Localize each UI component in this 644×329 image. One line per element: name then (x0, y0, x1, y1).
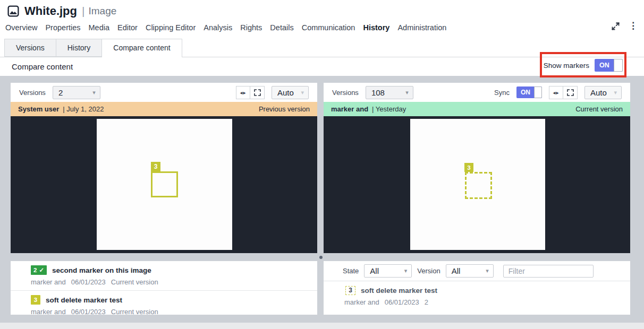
marker-badge-deleted: 3 (345, 286, 355, 295)
asset-type-label: Image (88, 5, 116, 17)
right-versions-select[interactable]: 108 ▾ (366, 86, 413, 99)
marker-number: 2 (33, 267, 37, 273)
marker-version: Current version (111, 278, 158, 287)
version-tag: Previous version (259, 105, 310, 113)
version-label: Version (417, 267, 440, 275)
filter-input[interactable] (503, 265, 594, 278)
marker-version: Current version (111, 308, 158, 315)
pan-arrows-icon: ◂▸ (553, 90, 559, 96)
fit-width-button[interactable]: ◂▸ (236, 86, 250, 99)
nav-tab-editor[interactable]: Editor (117, 23, 138, 32)
marker-3-region-deleted[interactable] (465, 172, 492, 199)
toggle-knob (614, 59, 623, 72)
marker-date: 06/01/2023 (71, 278, 106, 287)
state-select[interactable]: All ▾ (364, 264, 412, 278)
fullscreen-button[interactable] (250, 86, 265, 99)
nav-tab-media[interactable]: Media (89, 23, 110, 32)
state-value: All (370, 266, 379, 275)
marker-user: marker and (344, 298, 379, 307)
subtab-history[interactable]: History (56, 39, 103, 57)
right-zoom-select[interactable]: Auto ▾ (584, 86, 622, 99)
marker-user: marker and (31, 278, 66, 287)
nav-tab-analysis[interactable]: Analysis (204, 23, 232, 32)
fullscreen-button[interactable] (563, 86, 578, 99)
window-actions: ⋮ (611, 21, 638, 31)
banner-user: System user (18, 105, 59, 113)
marker-list-item[interactable]: 3 soft delete marker test marker and 06/… (11, 295, 317, 315)
kebab-menu-icon[interactable]: ⋮ (629, 21, 638, 31)
image-asset-icon (7, 5, 19, 17)
panel-splitter-handle[interactable] (319, 256, 323, 259)
asset-title: White.jpg (24, 4, 77, 18)
list-divider (11, 290, 317, 291)
page-title: Compare content (12, 62, 73, 71)
toggle-knob (534, 86, 542, 98)
version-select[interactable]: All ▾ (446, 264, 494, 278)
left-versions-select[interactable]: 2 ▾ (53, 86, 100, 99)
fullscreen-icon (254, 89, 261, 96)
banner-date: | July 1, 2022 (63, 105, 104, 113)
nav-tab-properties[interactable]: Properties (45, 23, 80, 32)
show-markers-toggle[interactable]: ON (595, 59, 623, 72)
compare-header-row: Compare content Show markers ON (0, 57, 644, 76)
left-image-canvas[interactable]: 3 (11, 116, 317, 253)
marker-version: 2 (425, 298, 428, 307)
sync-label: Sync (494, 89, 510, 97)
current-version-banner: marker and | Yesterday Current version (324, 102, 630, 116)
caret-down-icon: ▾ (614, 89, 617, 96)
marker-list-item[interactable]: 3 soft delete marker test marker and 06/… (324, 285, 630, 307)
compare-content-area: Versions 2 ▾ ◂▸ Auto ▾ System (0, 76, 644, 323)
subtab-compare-content[interactable]: Compare content (102, 39, 182, 57)
marker-3-label[interactable]: 3 (151, 162, 160, 171)
toggle-on-label: ON (595, 62, 609, 69)
asset-titlebar: White.jpg | Image (7, 4, 116, 18)
main-nav: Overview Properties Media Editor Clippin… (5, 23, 446, 32)
marker-meta: marker and 06/01/2023 Current version (31, 308, 317, 315)
marker-list-item[interactable]: 2 ✓ second marker on this image marker a… (11, 265, 317, 287)
banner-user: marker and (331, 105, 368, 113)
marker-date: 06/01/2023 (71, 308, 106, 315)
marker-date: 06/01/2023 (385, 298, 419, 307)
title-separator: | (82, 5, 84, 18)
left-marker-list: 2 ✓ second marker on this image marker a… (11, 261, 317, 315)
versions-label: Versions (332, 89, 359, 97)
nav-tab-history[interactable]: History (363, 23, 389, 32)
history-subtabs: Versions History Compare content (4, 39, 182, 57)
left-zoom-select[interactable]: Auto ▾ (272, 86, 309, 99)
sync-toggle[interactable]: ON (516, 86, 542, 98)
right-panel-toolbar: Versions 108 ▾ Sync ON ◂▸ (324, 83, 630, 102)
fit-width-button[interactable]: ◂▸ (549, 86, 563, 99)
state-label: State (343, 267, 359, 275)
pan-arrows-icon: ◂▸ (240, 90, 246, 96)
nav-tab-clipping-editor[interactable]: Clipping Editor (146, 23, 196, 32)
marker-title: soft delete marker test (46, 296, 122, 304)
nav-tab-overview[interactable]: Overview (5, 23, 37, 32)
marker-3-region[interactable] (151, 171, 178, 197)
left-view-buttons: ◂▸ (236, 86, 265, 99)
right-marker-list: State All ▾ Version All ▾ 3 soft d (324, 261, 630, 315)
caret-down-icon: ▾ (301, 89, 304, 96)
marker-3-label[interactable]: 3 (464, 163, 473, 172)
expand-icon[interactable] (611, 22, 620, 31)
nav-tab-rights[interactable]: Rights (240, 23, 262, 32)
nav-tab-administration[interactable]: Administration (397, 23, 446, 32)
left-zoom-value: Auto (277, 88, 294, 97)
show-markers-label: Show markers (544, 62, 589, 70)
marker-title: soft delete marker test (361, 287, 437, 295)
nav-tab-communication[interactable]: Communication (302, 23, 355, 32)
marker-badge-resolved: 2 ✓ (31, 265, 47, 275)
nav-tab-details[interactable]: Details (270, 23, 293, 32)
fullscreen-icon (567, 89, 574, 96)
right-view-buttons: ◂▸ (549, 86, 578, 99)
marker-filter-row: State All ▾ Version All ▾ (324, 261, 630, 281)
right-image-canvas[interactable]: 3 (324, 116, 630, 253)
subtab-versions[interactable]: Versions (4, 39, 56, 57)
marker-badge: 3 (31, 295, 40, 305)
left-panel-toolbar: Versions 2 ▾ ◂▸ Auto ▾ (11, 83, 317, 102)
current-version-panel: Versions 108 ▾ Sync ON ◂▸ (324, 83, 630, 315)
caret-down-icon: ▾ (486, 267, 489, 274)
marker-title: second marker on this image (52, 266, 151, 274)
toggle-on-label: ON (516, 89, 530, 96)
caret-down-icon: ▾ (92, 89, 96, 96)
marker-user: marker and (31, 308, 66, 315)
